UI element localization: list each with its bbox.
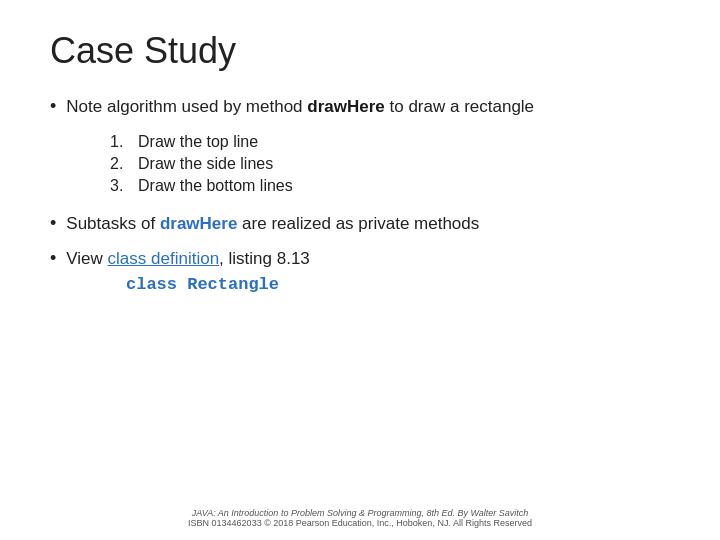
class-rectangle-code: class Rectangle xyxy=(126,275,670,294)
slide-content: Case Study • Note algorithm used by meth… xyxy=(0,0,720,314)
list-num-3: 3. xyxy=(110,177,138,195)
list-num-1: 1. xyxy=(110,133,138,151)
bullet-3-text: View class definition, listing 8.13 xyxy=(66,249,310,269)
bullet-2-text: Subtasks of drawHere are realized as pri… xyxy=(66,214,479,234)
bullet-1: • Note algorithm used by method drawHere… xyxy=(50,96,670,117)
list-text-3: Draw the bottom lines xyxy=(138,177,293,195)
bullet-dot-2: • xyxy=(50,213,56,234)
bullet-dot-3: • xyxy=(50,248,56,269)
list-item-2: 2. Draw the side lines xyxy=(110,155,670,173)
bullet-1-text: Note algorithm used by method drawHere t… xyxy=(66,97,534,117)
footer: JAVA: An Introduction to Problem Solving… xyxy=(0,508,720,528)
draw-here-inline-1: drawHere xyxy=(307,97,384,116)
bullet-dot-1: • xyxy=(50,96,56,117)
class-definition-link[interactable]: class definition xyxy=(108,249,220,268)
bullet-3: • View class definition, listing 8.13 xyxy=(50,248,670,269)
footer-line1: JAVA: An Introduction to Problem Solving… xyxy=(0,508,720,518)
numbered-list: 1. Draw the top line 2. Draw the side li… xyxy=(110,133,670,195)
footer-line2: ISBN 0134462033 © 2018 Pearson Education… xyxy=(0,518,720,528)
draw-here-blue-1: drawHere xyxy=(160,214,237,233)
list-item-3: 3. Draw the bottom lines xyxy=(110,177,670,195)
list-text-1: Draw the top line xyxy=(138,133,258,151)
page-title: Case Study xyxy=(50,30,670,72)
list-item-1: 1. Draw the top line xyxy=(110,133,670,151)
list-text-2: Draw the side lines xyxy=(138,155,273,173)
list-num-2: 2. xyxy=(110,155,138,173)
bullet-2: • Subtasks of drawHere are realized as p… xyxy=(50,213,670,234)
